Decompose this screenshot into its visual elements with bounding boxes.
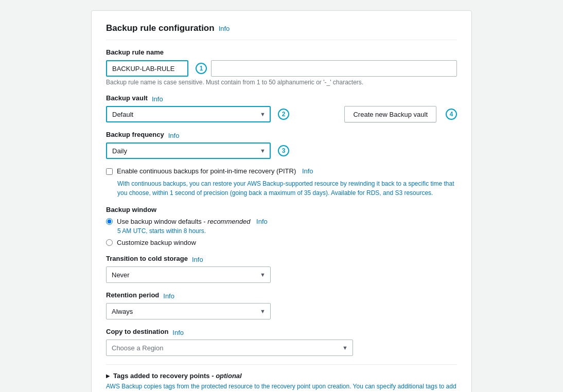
use-defaults-radio[interactable] bbox=[106, 218, 113, 225]
backup-vault-select[interactable]: Default bbox=[106, 106, 271, 122]
backup-frequency-group: Backup frequency Info Daily ▼ 3 bbox=[106, 131, 457, 159]
backup-rule-name-hint: Backup rule name is case sensitive. Must… bbox=[106, 79, 457, 86]
cold-storage-group: Transition to cold storage Info Never ▼ bbox=[106, 255, 457, 283]
section-divider bbox=[106, 40, 457, 40]
backup-window-title: Backup window bbox=[106, 206, 457, 213]
backup-rule-config-card: Backup rule configuration Info Backup ru… bbox=[91, 10, 472, 392]
tags-title: Tags added to recovery points - optional bbox=[113, 372, 242, 380]
backup-rule-name-input[interactable] bbox=[106, 60, 188, 77]
backup-window-info-link[interactable]: Info bbox=[256, 218, 268, 225]
backup-window-sub: 5 AM UTC, starts within 8 hours. bbox=[117, 227, 457, 235]
backup-window-section: Backup window Use backup window defaults… bbox=[106, 206, 457, 246]
tags-toggle[interactable]: ▶ Tags added to recovery points - option… bbox=[106, 372, 457, 380]
backup-frequency-label: Backup frequency bbox=[106, 131, 164, 138]
continuous-backup-group: Enable continuous backups for point-in-t… bbox=[106, 167, 457, 198]
customize-radio-row: Customize backup window bbox=[106, 239, 457, 246]
retention-period-info-link[interactable]: Info bbox=[163, 292, 174, 300]
customize-window-radio[interactable] bbox=[106, 239, 113, 246]
backup-vault-info-link[interactable]: Info bbox=[152, 95, 163, 103]
backup-rule-name-label: Backup rule name bbox=[106, 48, 164, 56]
tags-section: ▶ Tags added to recovery points - option… bbox=[106, 364, 457, 392]
cold-storage-label: Transition to cold storage bbox=[106, 255, 188, 262]
badge-2: 2 bbox=[278, 109, 289, 120]
copy-destination-label: Copy to destination bbox=[106, 328, 168, 335]
backup-rule-name-extra-input[interactable] bbox=[211, 60, 457, 77]
retention-period-select-wrap: Always ▼ bbox=[106, 303, 271, 319]
continuous-backup-label[interactable]: Enable continuous backups for point-in-t… bbox=[117, 167, 313, 175]
backup-vault-label: Backup vault bbox=[106, 94, 148, 102]
backup-frequency-info-link[interactable]: Info bbox=[168, 132, 180, 139]
cold-storage-select-wrap: Never ▼ bbox=[106, 266, 271, 283]
retention-period-group: Retention period Info Always ▼ bbox=[106, 291, 457, 319]
copy-destination-select[interactable]: Choose a Region bbox=[106, 340, 353, 356]
badge-1: 1 bbox=[196, 63, 207, 74]
backup-frequency-select[interactable]: Daily bbox=[106, 142, 271, 159]
retention-period-label: Retention period bbox=[106, 291, 159, 299]
section-title: Backup rule configuration bbox=[106, 23, 215, 33]
badge-4: 4 bbox=[446, 109, 457, 120]
pitr-description: With continuous backups, you can restore… bbox=[117, 179, 457, 198]
use-defaults-label[interactable]: Use backup window defaults - recommended… bbox=[117, 218, 268, 225]
customize-window-label[interactable]: Customize backup window bbox=[117, 239, 196, 246]
backup-rule-name-group: Backup rule name 1 Backup rule name is c… bbox=[106, 48, 457, 86]
pitr-info-link[interactable]: Info bbox=[302, 167, 313, 175]
tags-toggle-arrow-icon: ▶ bbox=[106, 373, 110, 379]
cold-storage-info-link[interactable]: Info bbox=[192, 256, 203, 263]
tags-description: AWS Backup copies tags from the protecte… bbox=[106, 382, 457, 392]
use-defaults-radio-row: Use backup window defaults - recommended… bbox=[106, 218, 457, 225]
copy-destination-select-wrap: Choose a Region ▼ bbox=[106, 340, 353, 356]
cold-storage-select[interactable]: Never bbox=[106, 266, 271, 283]
copy-destination-group: Copy to destination Info Choose a Region… bbox=[106, 328, 457, 356]
retention-period-select[interactable]: Always bbox=[106, 303, 271, 319]
badge-3: 3 bbox=[278, 145, 289, 156]
create-vault-button[interactable]: Create new Backup vault bbox=[344, 106, 436, 122]
section-info-link[interactable]: Info bbox=[219, 25, 230, 32]
backup-vault-group: Backup vault Info Default ▼ 2 Create new… bbox=[106, 94, 457, 122]
continuous-backup-checkbox[interactable] bbox=[106, 168, 113, 175]
continuous-backup-row: Enable continuous backups for point-in-t… bbox=[106, 167, 457, 175]
copy-destination-info-link[interactable]: Info bbox=[172, 329, 184, 336]
